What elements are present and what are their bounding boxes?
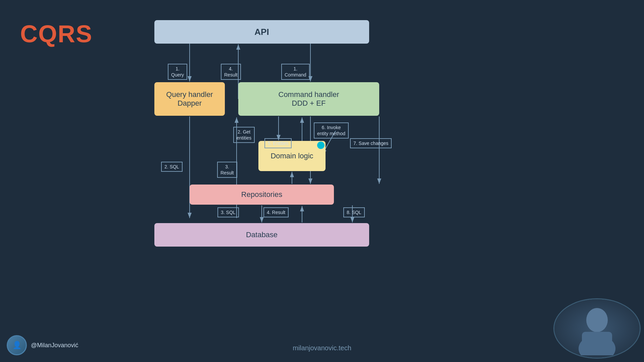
label-4-result-db: 4. Result: [263, 207, 289, 217]
repositories-box: Repositories: [190, 185, 334, 205]
label-1-query: 1.Query: [168, 64, 187, 80]
database-label: Database: [246, 230, 278, 239]
webcam-inner: [554, 299, 640, 358]
repositories-label: Repositories: [241, 190, 282, 199]
database-box: Database: [154, 223, 369, 247]
label-3-result: 3.Result: [217, 162, 237, 178]
domain-logic-label: Domain logic: [270, 152, 313, 160]
api-box: API: [154, 20, 369, 44]
label-6-invoke: 6. Invokeentity method: [314, 122, 349, 139]
query-handler-box: Query handlerDapper: [154, 82, 225, 116]
svg-point-16: [586, 308, 608, 332]
webcam: [553, 298, 641, 359]
label-1-command: 1.Command: [281, 64, 310, 80]
label-8-sql: 8. SQL: [343, 207, 365, 217]
command-handler-box: Command handlerDDD + EF: [238, 82, 379, 116]
api-label: API: [254, 27, 269, 37]
avatar-container: 👤 @MilanJovanović: [7, 335, 78, 355]
avatar-name: @MilanJovanović: [31, 342, 78, 349]
label-7-save-changes: 7. Save changes: [350, 138, 392, 148]
label-2-get-entities: 2. Getentities: [233, 127, 255, 143]
label-5-entities: 5. Entities: [264, 138, 292, 148]
cursor-dot: [317, 142, 325, 149]
svg-rect-18: [582, 332, 612, 352]
cqrs-title: CQRS: [20, 20, 93, 48]
webcam-silhouette: [563, 302, 631, 355]
label-3-sql: 3. SQL: [217, 207, 239, 217]
command-handler-label: Command handlerDDD + EF: [279, 90, 339, 108]
attribution: milanjovanovic.tech: [293, 344, 351, 352]
avatar: 👤: [7, 335, 27, 355]
label-2-sql: 2. SQL: [161, 162, 183, 172]
diagram: API Query handlerDapper Command handlerD…: [134, 20, 389, 262]
label-4-result: 4.Result: [221, 64, 241, 80]
query-handler-label: Query handlerDapper: [166, 90, 213, 108]
